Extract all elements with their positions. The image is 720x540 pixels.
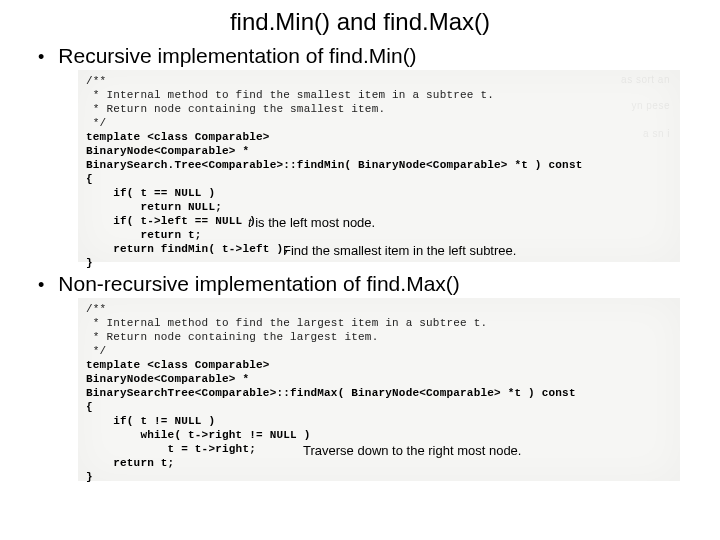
code-block-findmin: as sort an yn pese a sn i /** * Internal… bbox=[78, 70, 680, 262]
annotation-traverse-right: Traverse down to the right most node. bbox=[303, 443, 521, 458]
bullet-dot-icon: • bbox=[38, 276, 44, 294]
bullet-dot-icon: • bbox=[38, 48, 44, 66]
annotation-find-smallest: Find the smallest item in the left subtr… bbox=[283, 243, 516, 258]
bullet-nonrecursive-label: Non-recursive implementation of find.Max… bbox=[58, 272, 459, 296]
code-block-findmax: /** * Internal method to find the larges… bbox=[78, 298, 680, 481]
bullet-recursive: • Recursive implementation of find.Min() bbox=[0, 44, 720, 68]
bullet-recursive-label: Recursive implementation of find.Min() bbox=[58, 44, 416, 68]
code-findmin: /** * Internal method to find the smalle… bbox=[86, 74, 672, 270]
page-title: find.Min() and find.Max() bbox=[0, 0, 720, 42]
annotation-t-leftmost: t is the left most node. bbox=[248, 215, 375, 230]
bullet-nonrecursive: • Non-recursive implementation of find.M… bbox=[0, 272, 720, 296]
